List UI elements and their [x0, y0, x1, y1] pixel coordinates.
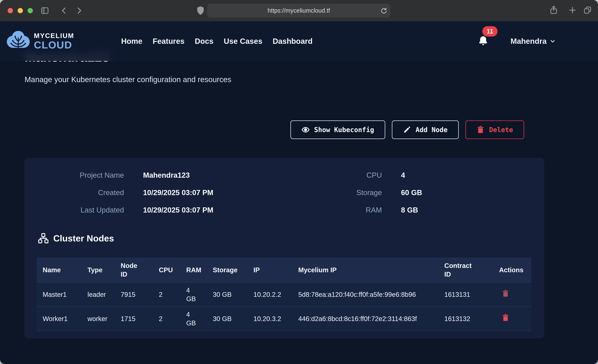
- reload-icon[interactable]: [380, 7, 388, 15]
- pencil-icon: [403, 126, 411, 134]
- col-mycelium-ip: Mycelium IP: [292, 257, 438, 282]
- cell-name: Master1: [37, 282, 82, 306]
- cell-actions: [493, 282, 531, 306]
- notification-count-badge: 11: [482, 26, 498, 36]
- cpu-label: CPU: [257, 171, 382, 179]
- trash-icon: [502, 290, 509, 297]
- site-logo[interactable]: MYCELIUM CLOUD: [6, 21, 74, 61]
- browser-window: https://myceliumcloud.tf: [0, 0, 598, 364]
- cell-node-id: 1715: [115, 306, 153, 331]
- cell-ram: 4 GB: [180, 306, 207, 331]
- cell-cpu: 2: [153, 306, 180, 331]
- show-kubeconfig-button[interactable]: Show Kubeconfig: [291, 120, 385, 139]
- created-label: Created: [25, 189, 124, 197]
- col-ip: IP: [248, 257, 292, 282]
- trash-icon: [476, 126, 484, 134]
- nav-item-home[interactable]: Home: [121, 37, 142, 46]
- cell-contract-id: 1613131: [438, 282, 493, 306]
- eye-icon: [302, 126, 309, 134]
- cell-contract-id: 1613132: [438, 306, 493, 331]
- delete-node-button[interactable]: [502, 314, 509, 322]
- forward-button-icon[interactable]: [75, 7, 83, 15]
- project-name-value: Mahendra123: [143, 171, 190, 179]
- ram-label: RAM: [257, 206, 382, 214]
- zoom-window-button[interactable]: [28, 8, 33, 13]
- cell-storage: 30 GB: [207, 282, 248, 306]
- col-actions: Actions: [493, 257, 531, 282]
- site-header: MYCELIUM CLOUD Home Features Docs Use Ca…: [0, 21, 598, 61]
- cpu-row: CPU 4: [257, 171, 405, 179]
- trash-icon: [502, 314, 509, 322]
- col-type: Type: [82, 257, 115, 282]
- cell-ip: 10.20.3.2: [248, 306, 292, 331]
- cpu-value: 4: [401, 171, 405, 179]
- macos-desktop: https://myceliumcloud.tf: [0, 0, 598, 364]
- privacy-shield-icon[interactable]: [196, 6, 205, 15]
- ram-row: RAM 8 GB: [257, 206, 418, 214]
- notifications-button[interactable]: 11: [477, 21, 489, 61]
- cell-mycelium-ip: 446:d2a6:8bcd:8c16:ff0f:72e2:3114:863f: [292, 306, 438, 331]
- address-bar[interactable]: https://myceliumcloud.tf: [207, 4, 390, 17]
- browser-toolbar: https://myceliumcloud.tf: [0, 0, 598, 21]
- sidebar-toggle-icon[interactable]: [41, 6, 49, 15]
- last-updated-label: Last Updated: [25, 206, 124, 214]
- cell-name: Worker1: [37, 306, 82, 331]
- new-tab-icon[interactable]: [568, 6, 577, 14]
- window-controls: [8, 8, 33, 13]
- cell-node-id: 7915: [115, 282, 153, 306]
- cell-storage: 30 GB: [207, 306, 248, 331]
- storage-label: Storage: [257, 189, 382, 197]
- col-name: Name: [37, 257, 82, 282]
- table-row: Worker1 worker 1715 2 4 GB 30 GB 10.20.3…: [37, 306, 531, 331]
- cluster-details-card: Project Name Mahendra123 Created 10/29/2…: [25, 158, 544, 338]
- delete-label: Delete: [489, 126, 513, 133]
- url-text: https://myceliumcloud.tf: [267, 7, 330, 14]
- cell-ip: 10.20.2.2: [248, 282, 292, 306]
- ram-value: 8 GB: [401, 206, 418, 214]
- storage-value: 60 GB: [401, 189, 422, 197]
- col-ram: RAM: [180, 257, 207, 282]
- add-node-label: Add Node: [415, 126, 448, 133]
- logo-line1: MYCELIUM: [34, 32, 74, 39]
- user-menu[interactable]: Mahendra: [511, 21, 556, 61]
- last-updated-value: 10/29/2025 03:07 PM: [143, 206, 213, 214]
- nav-item-dashboard[interactable]: Dashboard: [273, 37, 313, 46]
- bell-icon: [477, 35, 489, 47]
- main-nav: Home Features Docs Use Cases Dashboard: [121, 21, 313, 61]
- cluster-nodes-table: Name Type Node ID CPU RAM Storage IP Myc…: [37, 257, 531, 331]
- nav-item-features[interactable]: Features: [153, 37, 184, 46]
- created-row: Created 10/29/2025 03:07 PM: [25, 189, 213, 197]
- back-button-icon[interactable]: [60, 7, 68, 15]
- cell-actions: [493, 306, 531, 331]
- created-value: 10/29/2025 03:07 PM: [143, 189, 213, 197]
- logo-line2: CLOUD: [34, 40, 74, 50]
- project-name-row: Project Name Mahendra123: [25, 171, 190, 179]
- col-node-id: Node ID: [115, 257, 153, 282]
- cluster-actions: Show Kubeconfig Add Node Delete: [291, 120, 524, 139]
- delete-cluster-button[interactable]: Delete: [465, 120, 524, 139]
- show-kubeconfig-label: Show Kubeconfig: [314, 126, 374, 133]
- delete-node-button[interactable]: [502, 290, 509, 298]
- add-node-button[interactable]: Add Node: [392, 120, 459, 139]
- col-contract-id: Contract ID: [438, 257, 493, 282]
- network-icon: [38, 233, 49, 244]
- minimize-window-button[interactable]: [17, 8, 23, 13]
- tab-overview-icon[interactable]: [583, 6, 592, 14]
- cell-cpu: 2: [153, 282, 180, 306]
- nav-item-use-cases[interactable]: Use Cases: [224, 37, 262, 46]
- share-icon[interactable]: [549, 5, 558, 15]
- project-name-label: Project Name: [25, 171, 124, 179]
- cell-ram: 4 GB: [180, 282, 207, 306]
- nav-item-docs[interactable]: Docs: [195, 37, 213, 46]
- page-subtitle: Manage your Kubernetes cluster configura…: [25, 75, 231, 84]
- cell-mycelium-ip: 5d8:78ea:a120:f40c:ff0f:a5fe:99e6:8b96: [292, 282, 438, 306]
- cluster-nodes-title: Cluster Nodes: [53, 233, 114, 243]
- col-storage: Storage: [207, 257, 248, 282]
- user-name: Mahendra: [511, 37, 547, 46]
- mycelium-cloud-logo-icon: [6, 29, 31, 54]
- logo-text: MYCELIUM CLOUD: [34, 32, 74, 50]
- last-updated-row: Last Updated 10/29/2025 03:07 PM: [25, 206, 213, 214]
- cluster-nodes-heading: Cluster Nodes: [38, 233, 114, 244]
- chevron-down-icon: [550, 38, 556, 44]
- close-window-button[interactable]: [8, 8, 13, 13]
